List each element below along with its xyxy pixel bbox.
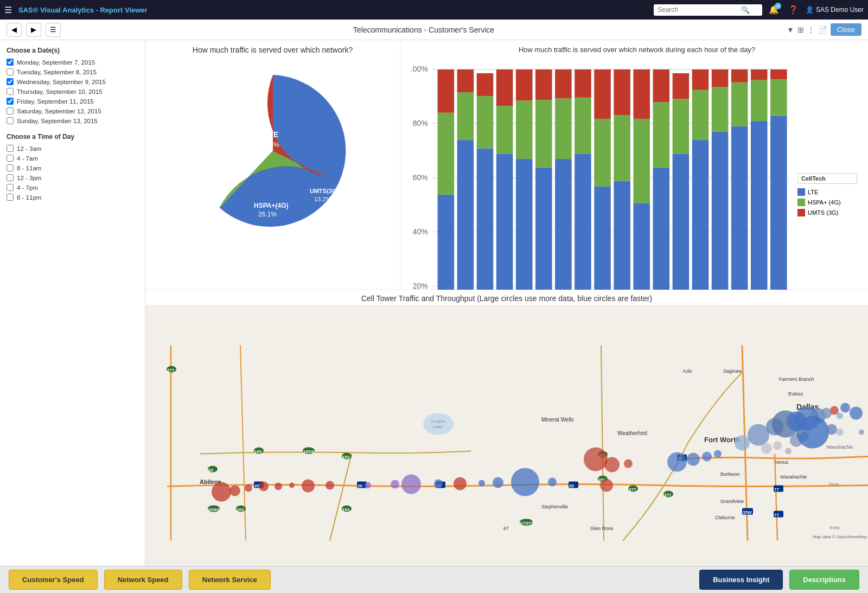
date-item-0[interactable]: Monday, September 7, 2015 (7, 59, 138, 66)
map-background[interactable]: Cooper Lake 20 20 20 20 (145, 305, 868, 566)
svg-text:20: 20 (358, 483, 362, 488)
svg-point-136 (275, 483, 282, 490)
svg-rect-46 (594, 69, 611, 119)
svg-text:Ferris: Ferris (829, 482, 839, 486)
svg-point-156 (714, 450, 722, 458)
legend-color-lte (797, 188, 805, 196)
notification-button[interactable]: 🔔 4 (767, 2, 782, 17)
svg-point-158 (748, 424, 769, 446)
pie-value-umts: 13.2% (314, 196, 331, 202)
network-service-button[interactable]: Network Service (189, 570, 271, 590)
forward-button[interactable]: ▶ (26, 23, 41, 37)
svg-rect-13 (438, 113, 455, 195)
svg-text:77: 77 (774, 513, 779, 518)
date-item-3[interactable]: Thursday, September 10, 2015 (7, 88, 138, 95)
legend-item-umts: UMTS (3G) (797, 209, 857, 216)
svg-text:20: 20 (254, 483, 259, 488)
svg-rect-38 (555, 69, 572, 98)
customers-speed-button[interactable]: Customer's Speed (9, 570, 98, 590)
user-menu[interactable]: 👤 SAS Demo User (806, 6, 864, 14)
city-euless: Euless (788, 391, 803, 397)
date-item-6[interactable]: Sunday, September 13, 2015 (7, 117, 138, 124)
time-item-4[interactable]: 4 - 7pm (7, 184, 138, 191)
data-circle-1[interactable] (212, 482, 231, 502)
charts-row: How much traffic is served over which ne… (145, 40, 868, 290)
help-button[interactable]: ❓ (786, 2, 801, 17)
city-67: 67 (503, 526, 509, 531)
city-burleson: Burleson (720, 471, 740, 477)
date-item-1[interactable]: Tuesday, September 8, 2015 (7, 68, 138, 75)
pie-value-hspa: 26.1% (258, 211, 277, 218)
svg-point-147 (511, 468, 539, 496)
sidebar-panel: Choose a Date(s) Monday, September 7, 20… (0, 40, 145, 566)
svg-point-177 (859, 430, 864, 435)
svg-rect-30 (516, 69, 533, 100)
city-grandview: Grandview (720, 499, 744, 504)
filter-icon[interactable]: ▼ (787, 25, 794, 34)
svg-text:83/84: 83/84 (208, 507, 220, 512)
date-item-5[interactable]: Saturday, September 12, 2015 (7, 107, 138, 114)
close-button[interactable]: Close (831, 23, 861, 36)
svg-rect-17 (457, 92, 474, 140)
list-view-button[interactable]: ☰ (46, 23, 61, 37)
search-bar[interactable]: 🔍 (654, 4, 762, 16)
descriptions-button[interactable]: Descriptions (789, 570, 859, 590)
back-button[interactable]: ◀ (7, 23, 22, 37)
svg-point-148 (548, 478, 557, 487)
document-icon[interactable]: 📄 (818, 25, 827, 34)
city-ennis: Ennis (830, 526, 840, 530)
time-item-2[interactable]: 8 - 11am (7, 164, 138, 171)
svg-point-168 (850, 407, 863, 420)
svg-rect-21 (477, 96, 494, 149)
svg-text:35W: 35W (743, 510, 752, 515)
city-stephenville: Stephenville (541, 504, 568, 509)
city-glenrose: Glen Rose (590, 526, 614, 531)
legend-item-hspa: HSPA+ (4G) (797, 199, 857, 206)
search-input[interactable] (658, 6, 739, 14)
date-item-4[interactable]: Friday, September 11, 2015 (7, 98, 138, 105)
svg-text:20%: 20% (413, 282, 428, 290)
svg-rect-66 (692, 69, 709, 90)
svg-point-138 (302, 480, 315, 493)
svg-rect-58 (653, 69, 670, 102)
svg-rect-18 (457, 69, 474, 92)
svg-point-139 (326, 481, 334, 490)
svg-point-134 (245, 484, 252, 492)
date-item-2[interactable]: Wednesday, September 9, 2015 (7, 78, 138, 85)
svg-text:60%: 60% (413, 173, 428, 182)
time-item-3[interactable]: 12 - 3pm (7, 174, 138, 181)
svg-point-175 (826, 424, 837, 435)
svg-rect-77 (751, 80, 768, 122)
svg-rect-49 (614, 115, 630, 181)
svg-rect-62 (673, 73, 690, 99)
svg-rect-57 (653, 102, 670, 167)
user-icon: 👤 (806, 6, 814, 14)
svg-rect-81 (770, 79, 787, 116)
svg-rect-22 (477, 73, 494, 96)
grid-icon[interactable]: ⊞ (797, 25, 804, 34)
svg-text:Cooper: Cooper (431, 419, 446, 424)
svg-text:377: 377 (664, 493, 672, 498)
map-title: Cell Tower Traffic and Throughput (Large… (145, 290, 868, 305)
svg-point-133 (229, 486, 240, 496)
svg-point-150 (604, 457, 620, 473)
svg-point-170 (773, 442, 782, 450)
content-area: How much traffic is served over which ne… (145, 40, 868, 566)
legend-label-hspa: HSPA+ (4G) (808, 199, 841, 206)
svg-point-157 (735, 436, 750, 451)
time-item-1[interactable]: 4 - 7am (7, 155, 138, 162)
more-options-icon[interactable]: ⋮ (807, 25, 815, 34)
legend-label-umts: UMTS (3G) (808, 209, 838, 216)
svg-text:180: 180 (254, 449, 262, 454)
svg-point-176 (836, 429, 844, 436)
svg-rect-54 (633, 69, 650, 119)
hamburger-icon[interactable]: ☰ (4, 5, 12, 15)
svg-text:277: 277 (167, 368, 175, 373)
network-speed-button[interactable]: Network Speed (104, 570, 182, 590)
pie-chart-svg: LTE 60.7% HSPA+(4G) 26.1% UMTS(3G) 13.2% (181, 59, 365, 243)
time-item-5[interactable]: 8 - 11pm (7, 194, 138, 201)
business-insight-button[interactable]: Business Insight (699, 570, 783, 590)
svg-point-152 (600, 479, 613, 492)
bar-chart-title: How much traffic is served over which ne… (411, 46, 863, 54)
time-item-0[interactable]: 12 - 3am (7, 145, 138, 152)
